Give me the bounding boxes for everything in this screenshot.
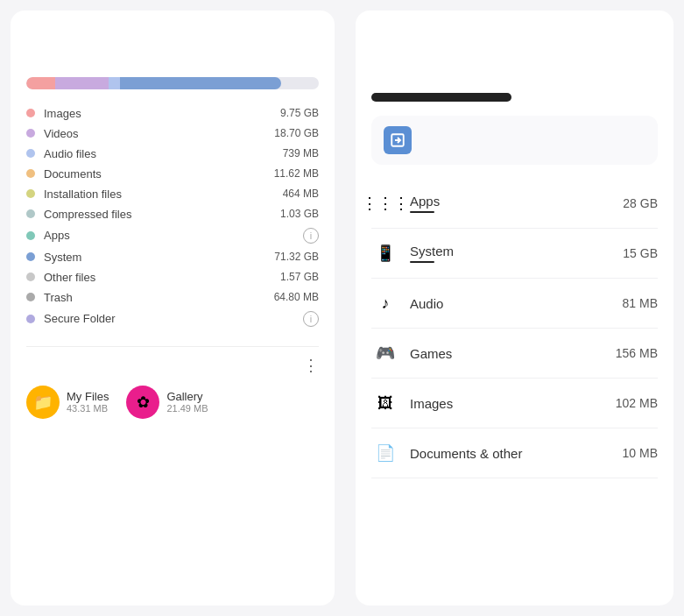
category-info: Images <box>410 396 605 411</box>
app-info: My Files43.31 MB <box>67 390 109 414</box>
category-icon: 🎮 <box>371 339 399 367</box>
storage-item-dot <box>26 129 35 138</box>
storage-item: Other files1.57 GB <box>26 267 319 287</box>
trash-app[interactable]: ✿Gallery21.49 MB <box>126 386 208 419</box>
storage-item-name: Audio files <box>44 147 283 160</box>
storage-item-dot <box>26 315 35 323</box>
storage-item: Images9.75 GB <box>26 103 319 124</box>
app-size: 43.31 MB <box>67 403 109 414</box>
category-name: System <box>410 244 612 258</box>
storage-item: Documents11.62 MB <box>26 164 319 184</box>
used-bar <box>371 93 511 102</box>
free-up-card[interactable] <box>371 116 658 165</box>
bar-videos <box>55 77 108 89</box>
category-name: Images <box>410 396 605 411</box>
storage-item-name: Other files <box>44 271 280 284</box>
category-value: 102 MB <box>616 396 658 410</box>
trash-app[interactable]: 📁My Files43.31 MB <box>26 386 109 419</box>
category-value: 156 MB <box>616 346 658 360</box>
storage-item-value: 64.80 MB <box>274 291 319 303</box>
storage-item: Secure Folderi <box>26 308 319 330</box>
bar-audio <box>109 77 120 89</box>
storage-item: Appsi <box>26 224 319 247</box>
category-icon: ⋮⋮⋮ <box>371 189 399 217</box>
storage-item-dot <box>26 189 35 198</box>
storage-item-name: Installation files <box>44 188 283 201</box>
storage-item-value: 11.62 MB <box>274 167 319 180</box>
usage-percent <box>26 30 319 65</box>
storage-category-item[interactable]: ⋮⋮⋮Apps28 GB <box>371 179 658 229</box>
storage-item-name: Secure Folder <box>44 312 303 325</box>
app-icon: ✿ <box>126 386 159 419</box>
storage-item-dot <box>26 109 35 117</box>
category-value: 28 GB <box>623 196 658 210</box>
storage-item: Compressed files1.03 GB <box>26 204 319 224</box>
category-icon: 📱 <box>371 239 399 267</box>
trash-header: ⋮ <box>26 356 319 375</box>
app-size: 21.49 MB <box>166 403 208 414</box>
storage-category-item[interactable]: 📄Documents & other10 MB <box>371 428 658 478</box>
trash-menu-button[interactable]: ⋮ <box>303 356 319 375</box>
category-value: 15 GB <box>623 246 658 260</box>
category-underline <box>410 261 434 263</box>
category-value: 10 MB <box>623 446 658 460</box>
storage-item-name: System <box>44 251 274 264</box>
category-value: 81 MB <box>623 296 658 310</box>
right-panel: ⋮⋮⋮Apps28 GB📱System15 GB♪Audio81 MB🎮Game… <box>356 11 673 605</box>
storage-item-name: Documents <box>44 167 274 181</box>
storage-category-item[interactable]: ♪Audio81 MB <box>371 279 658 329</box>
storage-item-dot <box>26 149 35 158</box>
storage-category-item[interactable]: 🎮Games156 MB <box>371 329 658 379</box>
app-icon: 📁 <box>26 386 60 419</box>
storage-item: Installation files464 MB <box>26 184 319 204</box>
category-underline <box>410 211 434 213</box>
category-icon: ♪ <box>371 289 399 317</box>
app-name: Gallery <box>166 390 208 403</box>
storage-item-name: Apps <box>44 229 303 242</box>
storage-item-value: 464 MB <box>283 188 319 200</box>
bar-images <box>26 77 55 89</box>
storage-item-dot <box>26 209 35 218</box>
info-icon[interactable]: i <box>303 228 319 244</box>
category-info: Audio <box>410 296 612 311</box>
storage-category-item[interactable]: 🖼Images102 MB <box>371 379 658 428</box>
left-panel: Images9.75 GBVideos18.70 GBAudio files73… <box>11 11 335 605</box>
category-name: Audio <box>410 296 612 311</box>
category-info: Apps <box>410 194 612 213</box>
app-name: My Files <box>67 390 109 403</box>
category-info: Documents & other <box>410 446 612 461</box>
storage-item: Audio files739 MB <box>26 144 319 164</box>
app-info: Gallery21.49 MB <box>166 390 208 414</box>
storage-item-dot <box>26 169 35 178</box>
storage-item-value: 1.03 GB <box>280 208 319 220</box>
storage-item: System71.32 GB <box>26 247 319 267</box>
storage-item-name: Trash <box>44 291 274 304</box>
category-icon: 📄 <box>371 439 399 467</box>
category-info: System <box>410 244 612 263</box>
category-name: Documents & other <box>410 446 612 461</box>
storage-item: Videos18.70 GB <box>26 124 319 144</box>
storage-used-display <box>371 33 658 79</box>
storage-item-name: Compressed files <box>44 208 280 221</box>
trash-section: ⋮ 📁My Files43.31 MB✿Gallery21.49 MB <box>26 356 319 419</box>
category-icon: 🖼 <box>371 389 399 417</box>
free-up-icon <box>384 126 412 154</box>
storage-bar <box>26 77 319 89</box>
category-info: Games <box>410 346 605 361</box>
trash-apps: 📁My Files43.31 MB✿Gallery21.49 MB <box>26 386 319 419</box>
category-name: Games <box>410 346 605 361</box>
bar-system <box>120 77 281 89</box>
storage-item-name: Images <box>44 107 280 120</box>
storage-item: Trash64.80 MB <box>26 287 319 308</box>
info-icon[interactable]: i <box>303 311 319 327</box>
storage-item-name: Videos <box>44 127 274 140</box>
storage-item-value: 71.32 GB <box>274 251 319 263</box>
storage-item-dot <box>26 231 35 240</box>
storage-item-dot <box>26 252 35 261</box>
storage-item-dot <box>26 293 35 301</box>
storage-item-value: 1.57 GB <box>280 271 319 283</box>
storage-item-value: 739 MB <box>283 147 319 159</box>
storage-item-dot <box>26 273 35 281</box>
storage-category-item[interactable]: 📱System15 GB <box>371 229 658 279</box>
category-name: Apps <box>410 194 612 209</box>
